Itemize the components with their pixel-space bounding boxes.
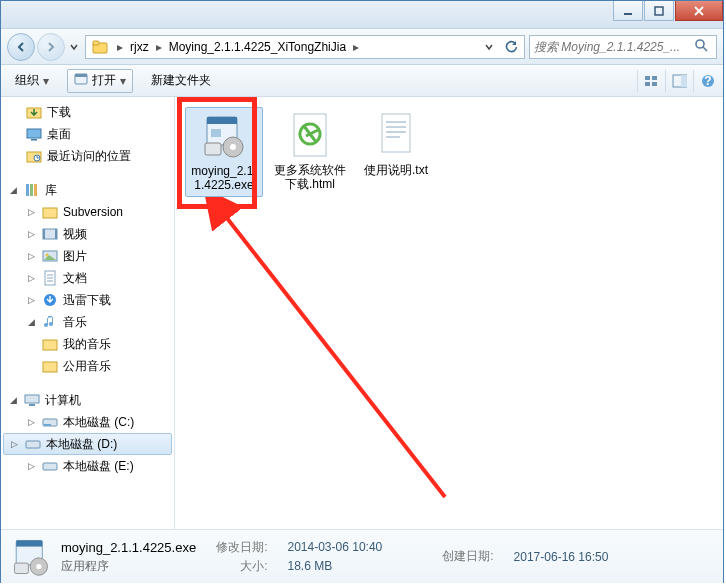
explorer-window: ▸ rjxz ▸ Moying_2.1.1.4225_XiTongZhiJia … [0,0,724,583]
sidebar-item-my-music[interactable]: 我的音乐 [1,333,174,355]
sidebar-item-label: 本地磁盘 (C:) [63,414,134,431]
titlebar [1,1,723,29]
annotation-arrow [205,197,465,507]
folder-icon [41,203,59,221]
svg-rect-20 [26,184,29,196]
file-item[interactable]: 更多系统软件下载.html [271,107,349,195]
sidebar-item-libraries[interactable]: ◢ 库 [1,179,174,201]
sidebar-item-label: 迅雷下载 [63,292,111,309]
svg-rect-8 [652,76,657,80]
exe-icon [200,112,248,160]
sidebar-item-recent[interactable]: 最近访问的位置 [1,145,174,167]
minimize-button[interactable] [613,1,643,21]
nav-forward-button[interactable] [37,33,65,61]
sidebar-item-public-music[interactable]: 公用音乐 [1,355,174,377]
svg-point-4 [696,40,704,48]
svg-rect-6 [75,74,87,77]
breadcrumb[interactable]: Moying_2.1.1.4225_XiTongZhiJia [165,36,350,58]
sidebar-item-downloads[interactable]: 下载 [1,101,174,123]
expand-icon[interactable]: ▷ [25,294,37,306]
sidebar-item-label: 库 [45,182,57,199]
svg-rect-3 [93,41,99,45]
details-size-value: 18.6 MB [288,559,383,573]
svg-rect-9 [645,82,650,86]
open-label: 打开 [92,72,116,89]
expand-icon[interactable]: ▷ [25,272,37,284]
expand-icon[interactable]: ▷ [8,438,20,450]
svg-rect-0 [624,13,632,15]
nav-history-dropdown[interactable] [67,33,81,61]
sidebar-item-documents[interactable]: ▷ 文档 [1,267,174,289]
preview-pane-icon[interactable] [665,70,687,92]
svg-rect-22 [34,184,37,196]
file-item[interactable]: 使用说明.txt [357,107,435,181]
nav-back-button[interactable] [7,33,35,61]
sidebar-item-music[interactable]: ◢ 音乐 [1,311,174,333]
file-item[interactable]: moying_2.1.1.4225.exe [185,107,263,197]
svg-rect-41 [211,129,221,137]
sidebar-item-disk-d[interactable]: ▷ 本地磁盘 (D:) [3,433,172,455]
file-list[interactable]: moying_2.1.1.4225.exe 更多系统软件下载.html [175,97,723,529]
sidebar-item-computer[interactable]: ◢ 计算机 [1,389,174,411]
close-button[interactable] [675,1,723,21]
details-filename: moying_2.1.1.4225.exe [61,540,196,555]
search-icon[interactable] [694,38,712,56]
videos-icon [41,225,59,243]
sidebar-item-label: 音乐 [63,314,87,331]
sidebar-item-disk-e[interactable]: ▷ 本地磁盘 (E:) [1,455,174,477]
svg-rect-26 [55,229,57,239]
expand-icon[interactable]: ▷ [25,206,37,218]
sidebar-item-label: 文档 [63,270,87,287]
xunlei-icon [41,291,59,309]
sidebar-item-label: Subversion [63,205,123,219]
drive-icon [24,435,42,453]
sidebar-item-label: 下载 [47,104,71,121]
sidebar-item-videos[interactable]: ▷ 视频 [1,223,174,245]
svg-rect-23 [43,208,57,218]
drive-icon [41,413,59,431]
expand-icon[interactable]: ▷ [25,250,37,262]
sidebar-item-label: 视频 [63,226,87,243]
collapse-icon[interactable]: ◢ [25,316,37,328]
view-options-icon[interactable] [637,70,659,92]
toolbar: 组织 ▾ 打开 ▾ 新建文件夹 ? [1,65,723,97]
svg-rect-34 [29,404,35,406]
chevron-down-icon: ▾ [43,74,49,88]
search-box[interactable] [529,35,717,59]
open-icon [74,72,88,89]
collapse-icon[interactable]: ◢ [7,394,19,406]
sidebar-item-desktop[interactable]: 桌面 [1,123,174,145]
expand-icon[interactable]: ▷ [25,416,37,428]
organize-menu[interactable]: 组织 ▾ [9,69,55,93]
refresh-icon[interactable] [500,36,522,58]
crumb-sep-icon: ▸ [350,40,362,54]
help-icon[interactable]: ? [693,70,715,92]
address-dropdown-icon[interactable] [478,36,500,58]
new-folder-label: 新建文件夹 [151,72,211,89]
address-bar[interactable]: ▸ rjxz ▸ Moying_2.1.1.4225_XiTongZhiJia … [85,35,525,59]
maximize-button[interactable] [644,1,674,21]
details-create-label: 创建日期: [442,548,493,565]
details-create-value: 2017-06-16 16:50 [514,550,609,564]
details-mod-value: 2014-03-06 10:40 [288,540,383,554]
breadcrumb[interactable]: rjxz [126,36,153,58]
exe-icon [11,537,51,577]
sidebar-item-label: 计算机 [45,392,81,409]
crumb-sep-icon: ▸ [153,40,165,54]
svg-rect-24 [43,229,57,239]
music-icon [41,313,59,331]
organize-label: 组织 [15,72,39,89]
file-name: 使用说明.txt [364,163,428,177]
new-folder-button[interactable]: 新建文件夹 [145,69,217,93]
sidebar-item-subversion[interactable]: ▷ Subversion [1,201,174,223]
sidebar-item-pictures[interactable]: ▷ 图片 [1,245,174,267]
expand-icon[interactable]: ▷ [25,228,37,240]
collapse-icon[interactable]: ◢ [7,184,19,196]
open-button[interactable]: 打开 ▾ [67,69,133,93]
pictures-icon [41,247,59,265]
sidebar-item-disk-c[interactable]: ▷ 本地磁盘 (C:) [1,411,174,433]
search-input[interactable] [534,40,694,54]
sidebar-item-xunlei[interactable]: ▷ 迅雷下载 [1,289,174,311]
expand-icon[interactable]: ▷ [25,460,37,472]
file-name: 更多系统软件下载.html [273,163,347,191]
